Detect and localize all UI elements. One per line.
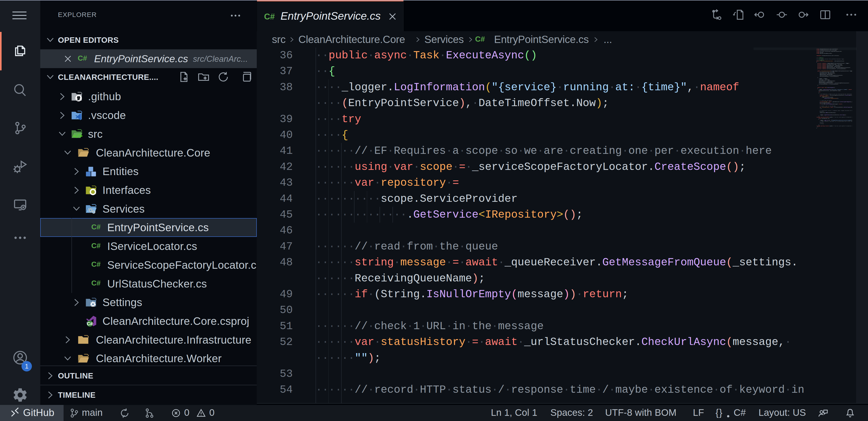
svg-text:C#: C#: [87, 321, 93, 326]
svg-text:</>: </>: [73, 133, 83, 139]
